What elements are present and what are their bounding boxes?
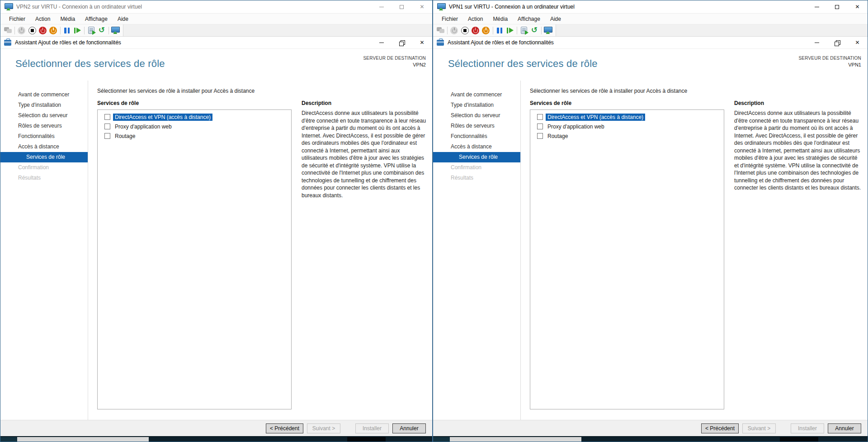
- services-label: Services de rôle: [530, 100, 724, 106]
- menu-affichage[interactable]: Affichage: [513, 14, 545, 24]
- description-panel: Description DirectAccess donne aux utili…: [724, 100, 868, 409]
- install-button: Installer: [355, 423, 389, 433]
- shut-down-guest-icon[interactable]: [481, 25, 491, 36]
- resume-icon[interactable]: [72, 25, 83, 36]
- wizard-icon: [4, 40, 11, 46]
- vm-desktop-strip: [433, 436, 868, 442]
- wizard-restore-button[interactable]: [392, 37, 412, 48]
- checkbox-directaccess[interactable]: [104, 114, 110, 120]
- minimize-button[interactable]: [807, 0, 827, 13]
- pause-icon[interactable]: [495, 25, 505, 36]
- resume-icon[interactable]: [505, 25, 515, 36]
- previous-button[interactable]: < Précédent: [266, 423, 303, 433]
- vm-titlebar[interactable]: VPN2 sur VIRTU - Connexion à un ordinate…: [0, 0, 432, 14]
- wizard-close-button[interactable]: ✕: [412, 37, 432, 48]
- menu-fichier[interactable]: Fichier: [437, 14, 463, 24]
- nav-services-de-role[interactable]: Services de rôle: [433, 152, 520, 162]
- shut-down-guest-icon[interactable]: [48, 25, 58, 36]
- turn-off-icon[interactable]: [27, 25, 38, 36]
- list-item[interactable]: Proxy d'application web: [98, 122, 291, 131]
- revert-icon[interactable]: ↺: [529, 25, 539, 36]
- wizard-titlebar[interactable]: Assistant Ajout de rôles et de fonctionn…: [433, 37, 868, 49]
- menu-media[interactable]: Média: [55, 14, 80, 24]
- close-button[interactable]: ✕: [412, 0, 432, 13]
- vm-toolbar: ↺: [433, 24, 868, 37]
- minimize-button[interactable]: [371, 0, 392, 13]
- wizard-title: Assistant Ajout de rôles et de fonctionn…: [15, 39, 371, 46]
- menu-affichage[interactable]: Affichage: [80, 14, 113, 24]
- service-label[interactable]: Proxy d'application web: [115, 124, 172, 130]
- nav-selection-serveur[interactable]: Sélection du serveur: [0, 110, 88, 121]
- start-icon: [16, 25, 27, 36]
- service-label[interactable]: Routage: [547, 133, 568, 139]
- nav-type-installation[interactable]: Type d'installation: [433, 100, 520, 110]
- wizard-minimize-button[interactable]: [371, 37, 392, 48]
- nav-type-installation[interactable]: Type d'installation: [0, 100, 88, 110]
- list-item[interactable]: Routage: [530, 131, 724, 141]
- shut-down-icon[interactable]: [38, 25, 48, 36]
- menu-aide[interactable]: Aide: [545, 14, 566, 24]
- vm-titlebar[interactable]: VPN1 sur VIRTU - Connexion à un ordinate…: [433, 0, 868, 14]
- nav-fonctionnalites[interactable]: Fonctionnalités: [433, 131, 520, 142]
- enhanced-session-icon[interactable]: [110, 25, 121, 36]
- list-item[interactable]: Routage: [98, 131, 291, 141]
- list-item[interactable]: DirectAccess et VPN (accès à distance): [98, 112, 291, 122]
- maximize-button[interactable]: [392, 0, 412, 13]
- list-item[interactable]: DirectAccess et VPN (accès à distance): [530, 112, 724, 122]
- menu-fichier[interactable]: Fichier: [4, 14, 30, 24]
- nav-roles-serveurs[interactable]: Rôles de serveurs: [433, 121, 520, 131]
- wizard-restore-button[interactable]: [827, 37, 847, 48]
- nav-acces-distance[interactable]: Accès à distance: [433, 142, 520, 152]
- destination-server: SERVEUR DE DESTINATION VPN2: [363, 56, 426, 67]
- vm-window-title: VPN1 sur VIRTU - Connexion à un ordinate…: [449, 4, 807, 10]
- list-item[interactable]: Proxy d'application web: [530, 122, 724, 131]
- service-label[interactable]: Routage: [115, 133, 135, 139]
- ctrl-alt-del-icon[interactable]: [3, 25, 13, 36]
- checkbox-proxy[interactable]: [537, 124, 543, 129]
- checkbox-directaccess[interactable]: [537, 114, 543, 120]
- vm-window-vpn2: VPN2 sur VIRTU - Connexion à un ordinate…: [0, 0, 433, 442]
- service-label[interactable]: DirectAccess et VPN (accès à distance): [546, 114, 645, 121]
- nav-selection-serveur[interactable]: Sélection du serveur: [433, 110, 520, 121]
- nav-acces-distance[interactable]: Accès à distance: [0, 142, 88, 152]
- turn-off-icon[interactable]: [460, 25, 470, 36]
- ctrl-alt-del-icon[interactable]: [435, 25, 446, 36]
- cancel-button[interactable]: Annuler: [392, 423, 426, 433]
- nav-resultats: Résultats: [433, 173, 520, 183]
- cancel-button[interactable]: Annuler: [828, 423, 861, 433]
- nav-confirmation: Confirmation: [0, 162, 88, 173]
- nav-avant-de-commencer[interactable]: Avant de commencer: [0, 90, 88, 100]
- checkbox-routage[interactable]: [537, 133, 543, 139]
- nav-roles-serveurs[interactable]: Rôles de serveurs: [0, 121, 88, 131]
- wizard-titlebar[interactable]: Assistant Ajout de rôles et de fonctionn…: [0, 37, 432, 49]
- wizard-close-button[interactable]: ✕: [847, 37, 868, 48]
- service-label[interactable]: Proxy d'application web: [547, 124, 604, 130]
- revert-icon[interactable]: ↺: [96, 25, 107, 36]
- nav-fonctionnalites[interactable]: Fonctionnalités: [0, 131, 88, 142]
- previous-button[interactable]: < Précédent: [701, 423, 739, 433]
- pause-icon[interactable]: [62, 25, 72, 36]
- menu-action[interactable]: Action: [463, 14, 488, 24]
- wizard-window: Assistant Ajout de rôles et de fonctionn…: [0, 37, 432, 436]
- close-button[interactable]: ✕: [847, 0, 868, 13]
- enhanced-session-icon[interactable]: [543, 25, 553, 36]
- description-panel: Description DirectAccess donne aux utili…: [292, 100, 432, 409]
- wizard-nav: Avant de commencer Type d'installation S…: [433, 81, 521, 420]
- nav-services-de-role[interactable]: Services de rôle: [0, 152, 88, 162]
- checkpoint-icon[interactable]: [519, 25, 529, 36]
- role-services-listbox: DirectAccess et VPN (accès à distance) P…: [97, 109, 292, 409]
- destination-server: SERVEUR DE DESTINATION VPN1: [799, 56, 862, 67]
- menu-media[interactable]: Média: [488, 14, 513, 24]
- menu-aide[interactable]: Aide: [113, 14, 133, 24]
- checkbox-proxy[interactable]: [104, 124, 110, 129]
- nav-avant-de-commencer[interactable]: Avant de commencer: [433, 90, 520, 100]
- checkpoint-icon[interactable]: [86, 25, 96, 36]
- menu-action[interactable]: Action: [30, 14, 55, 24]
- wizard-header: Sélectionner des services de rôle SERVEU…: [433, 49, 868, 81]
- maximize-button[interactable]: [827, 0, 847, 13]
- shut-down-icon[interactable]: [470, 25, 481, 36]
- checkbox-routage[interactable]: [104, 133, 110, 139]
- wizard-nav: Avant de commencer Type d'installation S…: [0, 81, 88, 420]
- wizard-minimize-button[interactable]: [807, 37, 827, 48]
- service-label[interactable]: DirectAccess et VPN (accès à distance): [113, 114, 212, 121]
